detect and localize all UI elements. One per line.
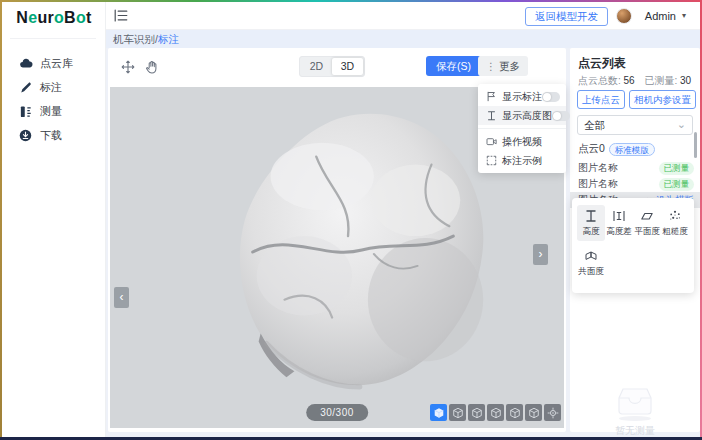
view-3d-button[interactable]: 3D	[332, 58, 363, 75]
view-orientation-buttons	[430, 404, 561, 421]
panel-buttons: 上传点云 相机内参设置	[577, 90, 696, 109]
tool-label: 共面度	[578, 266, 604, 278]
sidebar-item-label: 标注	[40, 80, 62, 95]
list-scrollbar[interactable]	[694, 132, 697, 158]
sidebar: NeuroBot 点云库 标注 测量 下载	[2, 2, 106, 438]
logo-part: B	[64, 9, 76, 26]
cloud-name: 点云0	[578, 142, 605, 156]
status-badge: 已测量	[659, 178, 695, 191]
show-heightmap-toggle[interactable]	[552, 111, 570, 121]
panel-stats: 点云总数: 56 已测量: 30	[578, 74, 698, 88]
total-label: 点云总数:	[578, 75, 621, 86]
hand-grab-icon[interactable]	[144, 59, 160, 75]
tool-label: 平面度	[634, 226, 660, 238]
logo-part: t	[86, 9, 92, 26]
sidebar-collapse-icon[interactable]	[114, 9, 128, 22]
more-dropdown-menu: 显示标注 显示高度图 操作视频 标注示例	[478, 84, 566, 173]
flatness-icon	[640, 209, 654, 223]
measure-tools-popup: 高度 高度差 平面度	[572, 198, 694, 293]
height-icon	[584, 209, 598, 223]
filter-select-value: 全部	[584, 119, 605, 131]
menu-item-annotation-example[interactable]: 标注示例	[478, 151, 566, 170]
view-cube-right-button[interactable]	[525, 404, 542, 421]
reset-view-button[interactable]	[544, 404, 561, 421]
view-cube-back-button[interactable]	[506, 404, 523, 421]
menu-item-label: 操作视频	[502, 135, 558, 149]
menu-item-label: 显示标注	[502, 90, 542, 104]
sidebar-item-pointcloud-library[interactable]: 点云库	[2, 53, 106, 73]
tool-height-diff[interactable]: 高度差	[605, 205, 633, 241]
image-list-item[interactable]: 图片名称 已测量	[570, 176, 700, 192]
show-annotations-toggle[interactable]	[542, 92, 560, 102]
logo-part: N	[16, 9, 28, 26]
tool-flatness[interactable]: 平面度	[633, 205, 661, 241]
menu-item-show-heightmap[interactable]: 显示高度图	[478, 106, 566, 125]
video-icon	[486, 136, 497, 147]
measured-value: 30	[680, 75, 691, 86]
empty-state-text: 暂无测量	[570, 424, 700, 438]
pan-move-icon[interactable]	[120, 59, 136, 75]
view-cube-left-button[interactable]	[468, 404, 485, 421]
view-2d-button[interactable]: 2D	[301, 58, 332, 75]
sidebar-item-download[interactable]: 下载	[2, 125, 106, 145]
total-value: 56	[624, 75, 635, 86]
breadcrumb-parent[interactable]: 机车识别	[113, 33, 155, 45]
sidebar-item-label: 测量	[40, 104, 62, 119]
tool-coplanarity[interactable]: 共面度	[577, 245, 605, 281]
menu-item-tutorial-video[interactable]: 操作视频	[478, 132, 566, 151]
avatar[interactable]	[616, 8, 632, 24]
view-mode-toggle: 2D 3D	[299, 56, 365, 77]
roughness-icon	[668, 209, 682, 223]
more-button[interactable]: ⋮更多	[478, 56, 528, 76]
divider	[10, 38, 96, 39]
menu-item-show-annotations[interactable]: 显示标注	[478, 87, 566, 106]
app-logo: NeuroBot	[2, 9, 106, 27]
next-image-button[interactable]: ›	[533, 244, 548, 265]
menu-item-label: 标注示例	[502, 154, 558, 168]
sidebar-item-label: 点云库	[40, 56, 73, 71]
cloud-icon	[19, 56, 33, 70]
frame-border-top	[0, 0, 702, 2]
tooth-3d-model[interactable]	[203, 105, 505, 403]
panel-title: 点云列表	[578, 55, 626, 72]
breadcrumb: 机车识别/标注	[113, 33, 179, 47]
view-cube-iso-button[interactable]	[430, 404, 447, 421]
breadcrumb-bar: 机车识别/标注	[106, 30, 700, 48]
save-button[interactable]: 保存(S)	[426, 56, 481, 76]
logo-gear-e: e	[28, 9, 37, 26]
logo-gear-o: o	[54, 9, 64, 26]
sidebar-item-label: 下载	[40, 128, 62, 143]
annotation-flag-icon	[486, 91, 497, 102]
height-map-icon	[486, 110, 497, 121]
empty-tray-icon	[611, 384, 659, 422]
upload-pointcloud-button[interactable]: 上传点云	[577, 90, 625, 109]
user-menu[interactable]: Admin	[645, 10, 676, 22]
measured-label: 已测量:	[644, 75, 677, 86]
image-list-item[interactable]: 图片名称 已测量	[570, 160, 700, 176]
sidebar-item-measure[interactable]: 测量	[2, 101, 106, 121]
filter-select[interactable]: 全部 ⌄	[577, 115, 693, 135]
menu-item-label: 显示高度图	[502, 109, 552, 123]
topbar: 返回模型开发 Admin ▾	[106, 2, 700, 30]
logo-gear-o: o	[76, 9, 86, 26]
empty-state: 暂无测量	[570, 384, 700, 438]
more-button-label: 更多	[499, 60, 520, 72]
tool-roughness[interactable]: 粗糙度	[661, 205, 689, 241]
prev-image-button[interactable]: ‹	[114, 287, 129, 308]
height-diff-icon	[612, 209, 626, 223]
image-name: 图片名称	[578, 177, 659, 191]
tool-label: 粗糙度	[662, 226, 688, 238]
view-cube-front-button[interactable]	[449, 404, 466, 421]
logo-part: ur	[37, 9, 54, 26]
template-tag: 标准模版	[609, 143, 655, 156]
view-cube-top-button[interactable]	[487, 404, 504, 421]
tool-height[interactable]: 高度	[577, 205, 605, 241]
cloud-group-row[interactable]: 点云0 标准模版	[578, 142, 655, 156]
back-to-model-dev-button[interactable]: 返回模型开发	[525, 7, 608, 26]
ruler-icon	[19, 104, 33, 118]
breadcrumb-current: 标注	[158, 33, 179, 45]
app-window: NeuroBot 点云库 标注 测量 下载	[2, 2, 700, 438]
sidebar-item-annotate[interactable]: 标注	[2, 77, 106, 97]
example-frame-icon	[486, 155, 497, 166]
camera-intrinsics-button[interactable]: 相机内参设置	[629, 90, 696, 109]
